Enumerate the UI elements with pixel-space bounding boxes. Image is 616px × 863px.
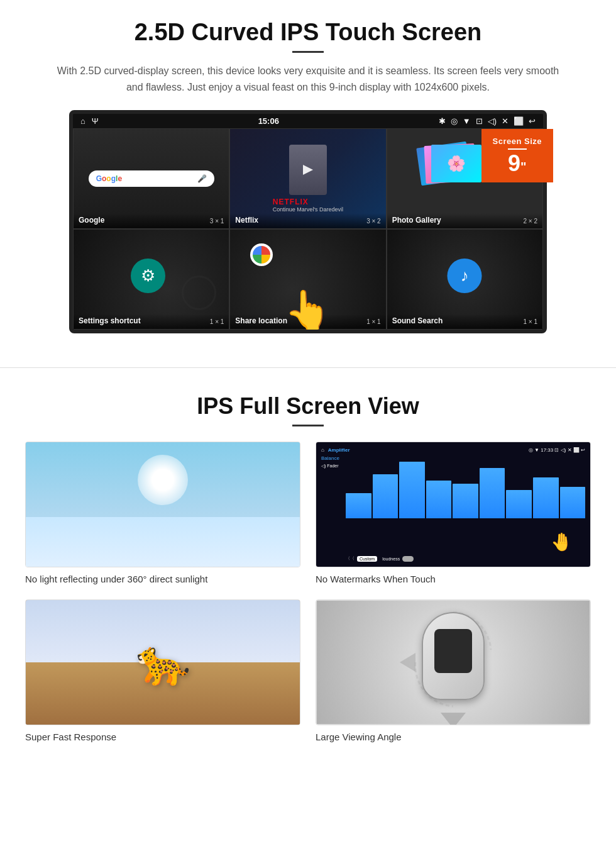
- status-right: ✱ ◎ ▼ ⊡ ◁) ✕ ⬜ ↩: [439, 116, 536, 126]
- badge-title: Screen Size: [493, 136, 542, 146]
- section-ips-fullscreen: IPS Full Screen View No light reflecting…: [0, 387, 616, 761]
- feature-caption-car: Large Viewing Angle: [316, 732, 591, 742]
- cheetah-emoji: 🐆: [136, 637, 190, 688]
- play-icon: [303, 165, 313, 175]
- section1-description: With 2.5D curved-display screen, this de…: [50, 63, 566, 95]
- eq-bar-6: [480, 468, 505, 518]
- sunlight-visual: [26, 442, 300, 567]
- title-underline: [292, 51, 324, 53]
- location-icon: ◎: [451, 116, 458, 126]
- eq-bar-4: [426, 481, 452, 518]
- amp-home-icon: ⌂: [321, 447, 324, 453]
- feature-cheetah: 🐆 Super Fast Response: [25, 599, 300, 742]
- amp-arrows: 〈〈: [346, 555, 355, 562]
- amp-sidebar: Balance ◁) Fader: [321, 455, 343, 562]
- hand-touch-icon: 🤚: [551, 532, 573, 552]
- app-label-google: Google 3 × 1: [74, 213, 229, 228]
- cheetah-visual: 🐆: [26, 600, 300, 725]
- amp-eq-area: 🤚 〈〈 Custom loudness: [346, 455, 585, 562]
- eq-bar-7: [506, 490, 532, 518]
- eq-bar-8: [533, 477, 559, 518]
- ground-bg: [26, 517, 300, 567]
- eq-bar-5: [453, 484, 478, 518]
- amplifier-visual: ⌂ Amplifier ◎ ▼ 17:33 ⊡ ◁) ✕ ⬜ ↩ Balance…: [316, 442, 590, 567]
- car-visual: [316, 600, 590, 725]
- app-label-photos: Photo Gallery 2 × 2: [387, 213, 542, 228]
- netflix-badge: NETFLIX Continue Marvel's Daredevil: [268, 198, 348, 213]
- bluetooth-icon: ✱: [439, 116, 446, 126]
- home-icon: ⌂: [80, 116, 85, 126]
- badge-divider: [508, 148, 527, 150]
- gear-icon: ⚙: [141, 266, 155, 286]
- car-arrow-bottom: [441, 713, 466, 725]
- app-label-settings: Settings shortcut 1 × 1: [74, 314, 229, 329]
- usb-icon: Ψ: [92, 116, 99, 126]
- app-cell-netflix[interactable]: NETFLIX Continue Marvel's Daredevil Netf…: [229, 128, 386, 229]
- flower-image: 🌸: [447, 155, 466, 172]
- app-grid-top: Google 🎤 Google 3 × 1: [73, 128, 543, 229]
- eq-bar-1: [346, 493, 371, 518]
- section1-title: 2.5D Curved IPS Touch Screen: [38, 19, 578, 46]
- google-search-bar[interactable]: Google 🎤: [89, 170, 214, 187]
- device-screen: ⌂ Ψ 15:06 ✱ ◎ ▼ ⊡ ◁) ✕ ⬜ ↩: [69, 110, 547, 333]
- app-cell-google[interactable]: Google 🎤 Google 3 × 1: [73, 128, 229, 229]
- app-grid-bottom: ⚙ Settings shortcut 1 × 1: [73, 229, 543, 330]
- feature-caption-amplifier: No Watermarks When Touch: [316, 574, 591, 584]
- amp-content: Balance ◁) Fader: [321, 455, 585, 562]
- app-cell-sound[interactable]: ♪ Sound Search 1 × 1: [387, 229, 543, 330]
- amp-status-bar: ⌂ Amplifier ◎ ▼ 17:33 ⊡ ◁) ✕ ⬜ ↩: [321, 447, 585, 453]
- back-icon: ↩: [529, 116, 536, 126]
- car-arrow-left: [400, 653, 415, 672]
- play-button: [289, 145, 327, 195]
- feature-car: Large Viewing Angle: [316, 599, 591, 742]
- app-cell-share[interactable]: 👆 Share location 1 × 1: [229, 229, 386, 330]
- custom-btn[interactable]: Custom: [357, 556, 377, 562]
- feature-img-sunlight: [25, 442, 300, 567]
- mic-icon: 🎤: [197, 174, 207, 183]
- netflix-subtitle: Continue Marvel's Daredevil: [273, 206, 343, 213]
- feature-sunlight: No light reflecting under 360° direct su…: [25, 442, 300, 584]
- screen-size-badge: Screen Size 9": [481, 129, 554, 182]
- status-bar: ⌂ Ψ 15:06 ✱ ◎ ▼ ⊡ ◁) ✕ ⬜ ↩: [73, 114, 543, 128]
- section-curved-ips: 2.5D Curved IPS Touch Screen With 2.5D c…: [0, 0, 616, 348]
- camera-icon: ⊡: [476, 116, 483, 126]
- feature-img-amplifier: ⌂ Amplifier ◎ ▼ 17:33 ⊡ ◁) ✕ ⬜ ↩ Balance…: [316, 442, 591, 567]
- eq-bar-2: [373, 474, 399, 518]
- section2-title: IPS Full Screen View: [25, 393, 591, 420]
- car-container: [415, 612, 491, 713]
- eq-bars-container: [346, 455, 585, 531]
- section-divider: [0, 367, 616, 368]
- sun-center: [138, 455, 188, 505]
- google-logo: Google: [96, 174, 122, 183]
- music-icon: ♪: [448, 259, 482, 293]
- wifi-icon: ▼: [463, 116, 471, 126]
- app-cell-settings[interactable]: ⚙ Settings shortcut 1 × 1: [73, 229, 229, 330]
- feature-amplifier: ⌂ Amplifier ◎ ▼ 17:33 ⊡ ◁) ✕ ⬜ ↩ Balance…: [316, 442, 591, 584]
- car-roof: [434, 629, 472, 673]
- badge-size: 9": [493, 152, 542, 175]
- car-body: [422, 612, 485, 700]
- amp-title: Amplifier: [328, 447, 350, 453]
- feature-img-car: [316, 599, 591, 725]
- section2-underline: [292, 425, 324, 426]
- eq-bar-9: [560, 487, 586, 518]
- feature-img-cheetah: 🐆: [25, 599, 300, 725]
- features-grid: No light reflecting under 360° direct su…: [25, 442, 591, 742]
- loudness-label: loudness: [382, 557, 400, 561]
- music-note-icon: ♪: [461, 266, 469, 286]
- amp-balance-label: Balance: [321, 455, 343, 461]
- status-left: ⌂ Ψ: [80, 116, 99, 126]
- photo-card-3: 🌸: [431, 145, 481, 182]
- feature-caption-cheetah: Super Fast Response: [25, 732, 300, 742]
- status-time: 15:06: [258, 116, 279, 126]
- google-colored-icon: [249, 242, 274, 267]
- volume-icon: ◁): [488, 116, 497, 126]
- loudness-toggle[interactable]: [402, 556, 414, 562]
- eq-bar-3: [399, 462, 425, 518]
- netflix-logo-text: NETFLIX: [273, 198, 343, 206]
- hand-pointer-icon: 👆: [284, 291, 331, 329]
- feature-caption-sunlight: No light reflecting under 360° direct su…: [25, 574, 300, 584]
- shadow-person-icon: [182, 276, 216, 310]
- app-label-netflix: Netflix 3 × 2: [230, 213, 385, 228]
- amp-bottom-bar: 〈〈 Custom loudness: [346, 555, 585, 562]
